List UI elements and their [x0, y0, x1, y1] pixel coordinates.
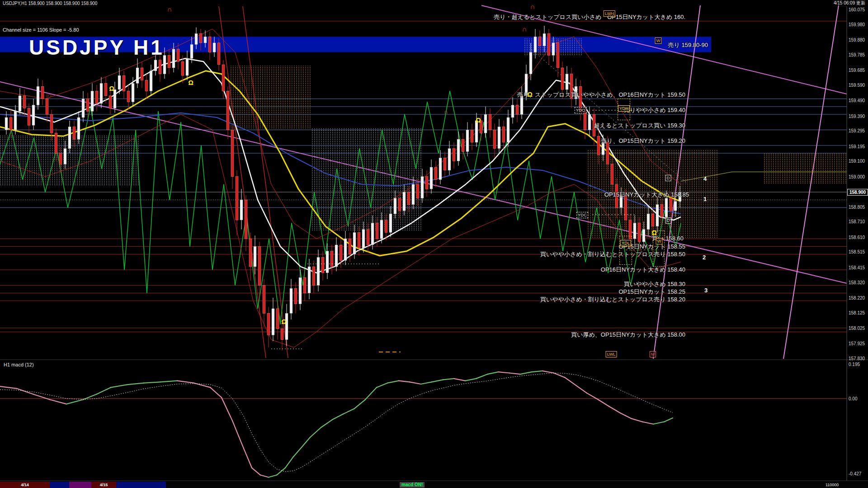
level-tag: LWL: [606, 351, 617, 357]
price-axis-label: 159.590: [849, 82, 865, 87]
price-axis-label: 159.295: [849, 128, 865, 133]
volume-value: 110000: [826, 483, 839, 487]
macd-indicator-label: H1 macd (12): [4, 362, 34, 367]
arch-marker: ∩: [167, 5, 172, 13]
arch-marker: ∩: [522, 25, 527, 33]
pivot-number: 1: [703, 196, 707, 202]
order-annotation: 買い厚め、OP15日NYカット大きめ 158.00: [571, 331, 685, 339]
price-axis-label: 158.415: [849, 265, 865, 270]
session-segment: [69, 482, 91, 488]
price-axis-label: 158.320: [849, 280, 865, 285]
omega-marker: Ω: [651, 229, 656, 236]
arch-marker: ∩: [443, 108, 448, 115]
level-tag: D: [665, 217, 671, 224]
session-segment: 4/15: [91, 482, 116, 488]
omega-marker: Ω: [188, 79, 193, 86]
order-annotation: 売り、ストップロス買いやや小さめ、OP16日NYカット 159.50: [517, 91, 685, 99]
macd-axis-label: -0.427: [849, 471, 861, 476]
price-axis-label: 159.785: [849, 52, 865, 57]
pivot-number: 2: [703, 254, 706, 261]
order-annotation: 買いやや小さめ 158.30: [624, 280, 685, 288]
level-tag: YDC: [576, 212, 588, 218]
price-axis-label: 157.925: [849, 341, 865, 346]
trading-terminal: USDJPY,H1 158.900 158.900 158.900 158.90…: [0, 0, 868, 488]
chart-overlays: 160.075159.980159.880159.785159.685159.5…: [0, 0, 868, 488]
price-axis-label: 158.710: [849, 219, 865, 224]
price-axis-label: 159.490: [849, 98, 865, 103]
level-tag: YDO: [575, 107, 587, 113]
order-annotation: OP15日NYカット大きめ 158.85: [604, 191, 689, 199]
price-axis-label: 158.220: [849, 295, 865, 300]
order-annotation: OP16日NYカット大きめ 158.40: [601, 266, 685, 274]
price-axis-label: 157.830: [849, 356, 865, 361]
price-axis-label: 159.880: [849, 38, 865, 42]
order-annotation: 売り、OP15日NYカット 159.20: [601, 137, 685, 145]
price-axis-label: 159.685: [849, 68, 865, 73]
session-segment: 4/14: [0, 482, 50, 488]
price-axis-label: 159.195: [849, 144, 865, 149]
price-axis-label: 158.125: [849, 310, 865, 315]
highlight-box: [618, 99, 630, 120]
macd-on-badge[interactable]: macd ON!: [400, 482, 425, 488]
order-annotation: 売り 159.80-90: [668, 41, 708, 49]
level-tag: LWH: [604, 10, 615, 17]
price-axis-label: 158.515: [849, 249, 865, 254]
current-price-tag: 158.900: [847, 189, 868, 196]
highlight-box: [619, 236, 632, 265]
order-annotation: 買いやや小さめ・割り込むとストップロス売り 158.20: [540, 296, 685, 304]
price-axis-label: 159.000: [849, 174, 865, 179]
macd-axis-label: 0.00: [849, 396, 857, 401]
price-axis-label: 160.075: [849, 7, 865, 12]
channel-info-label: Channel size = 1106 Slope = -5.80: [3, 27, 79, 33]
price-axis-label: 159.980: [849, 22, 865, 27]
level-tag: M: [650, 351, 656, 357]
price-axis-label: 158.610: [849, 235, 865, 239]
order-annotation: 売り・超えるとストップロス買い小さめ OP15日NYカット大きめ 160.: [494, 13, 685, 21]
macd-axis-label: 0.195: [849, 362, 860, 367]
level-tag: D: [665, 175, 671, 181]
pivot-number: 3: [704, 287, 708, 294]
session-date-label: 4/14: [0, 482, 50, 488]
order-annotation: OP15日NYカット 158.25: [618, 288, 685, 296]
window-header: USDJPY,H1 158.900 158.900 158.900 158.90…: [0, 0, 868, 6]
level-tag: W: [655, 38, 662, 44]
price-axis-label: 158.805: [849, 204, 865, 209]
symbol-info: USDJPY,H1 158.900 158.900 158.900 158.90…: [3, 1, 97, 6]
omega-marker: Ω: [109, 85, 114, 92]
omega-marker: Ω: [476, 117, 481, 124]
omega-marker: Ω: [281, 318, 286, 325]
omega-marker: Ω: [527, 91, 532, 98]
pivot-number: 4: [703, 175, 707, 182]
session-date-label: 4/15: [91, 482, 116, 488]
price-axis-label: 158.025: [849, 325, 865, 330]
arch-marker: ∩: [48, 92, 52, 98]
chart-title: USDJPY H1: [29, 35, 165, 60]
order-annotation: 超えるとストップロス買い 159.30: [594, 122, 685, 130]
last-updated: 4/15 06:09 更新: [834, 0, 865, 6]
session-segment: [50, 482, 69, 488]
price-axis-label: 159.390: [849, 113, 865, 118]
order-annotation: 売りやや小さめ 159.40: [624, 106, 685, 114]
price-axis-label: 159.100: [849, 159, 865, 164]
timeline-bar: 4/144/15: [0, 482, 868, 488]
session-segment: [116, 482, 166, 488]
